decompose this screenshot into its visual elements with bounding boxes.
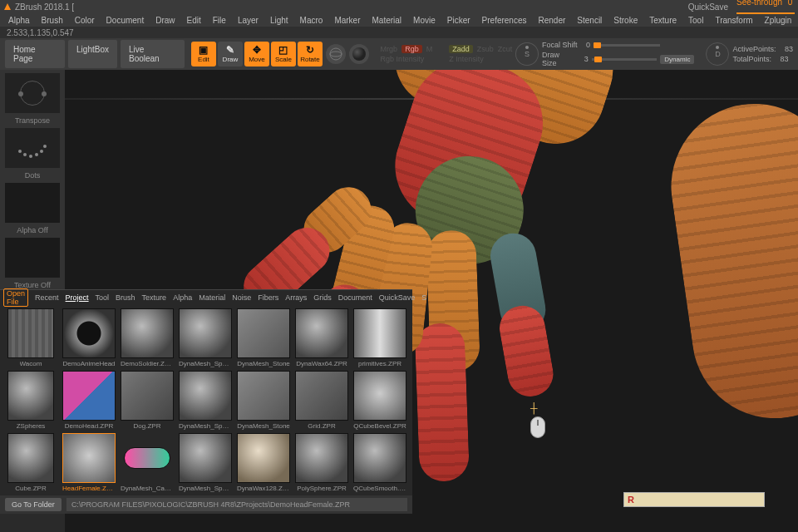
thumb-caption: DynaMesh_Capsule: [121, 485, 174, 492]
lb-tab-material[interactable]: Material: [199, 293, 225, 302]
gyro-icon[interactable]: [326, 44, 346, 64]
mrgb-label[interactable]: Mrgb: [381, 45, 398, 53]
lb-tab-recent[interactable]: Recent: [35, 293, 59, 302]
thumb-cube-zpr[interactable]: Cube.ZPR: [3, 433, 58, 492]
menu-macro[interactable]: Macro: [300, 16, 323, 25]
lb-tab-project[interactable]: Project: [66, 293, 89, 302]
menu-stroke[interactable]: Stroke: [613, 16, 638, 25]
thumb-demoanimehead[interactable]: DemoAnimeHead: [62, 308, 116, 367]
lb-tab-grids[interactable]: Grids: [313, 293, 332, 302]
tool-scale[interactable]: ◰Scale: [271, 42, 296, 66]
zadd-toggle[interactable]: Zadd: [449, 45, 473, 53]
lb-tab-alpha[interactable]: Alpha: [173, 293, 192, 302]
thumb-caption: QCubeBevel.ZPR: [353, 422, 406, 430]
tab-live-boolean[interactable]: Live Boolean: [121, 40, 185, 68]
menu-light[interactable]: Light: [270, 16, 288, 25]
menu-render[interactable]: Render: [539, 16, 566, 25]
see-through-control[interactable]: See-through 0: [736, 0, 795, 16]
lb-tab-document[interactable]: Document: [338, 293, 372, 302]
menu-material[interactable]: Material: [372, 16, 402, 25]
menu-file[interactable]: File: [213, 16, 226, 25]
menu-picker[interactable]: Picker: [447, 16, 470, 25]
thumb-demosoldier-zpr[interactable]: DemoSoldier.ZPR: [120, 308, 175, 367]
mouse-icon: [530, 416, 545, 438]
menu-layer[interactable]: Layer: [238, 16, 259, 25]
quicksave-label[interactable]: QuickSave: [688, 2, 728, 12]
tool-draw[interactable]: ✎Draw: [218, 42, 243, 66]
thumb-headfemale-zpr[interactable]: HeadFemale.ZPR: [62, 433, 116, 492]
focal-shift-slider[interactable]: [594, 44, 660, 47]
m-label[interactable]: M: [426, 45, 433, 53]
dynamic-toggle[interactable]: Dynamic: [660, 55, 694, 64]
alpha-label: Alpha Off: [17, 226, 47, 234]
rgb-toggle[interactable]: Rgb: [401, 45, 422, 53]
thumb-demohead-zpr[interactable]: DemoHead.ZPR: [62, 371, 116, 430]
tool-move[interactable]: ✥Move: [244, 42, 269, 66]
path-field[interactable]: C:\PROGRAM FILES\PIXOLOGIC\ZBRUSH 4R8\ZP…: [66, 498, 407, 511]
thumb-primitives-zpr[interactable]: primitives.ZPR: [352, 308, 407, 367]
lb-tab-s[interactable]: S: [421, 293, 426, 302]
thumb-dynawax64-zpr[interactable]: DynaWax64.ZPR: [294, 308, 349, 367]
thumb-qcubebevel-zpr[interactable]: QCubeBevel.ZPR: [352, 371, 407, 430]
lb-tab-tool[interactable]: Tool: [96, 293, 110, 302]
transpose-button[interactable]: [5, 73, 60, 113]
draw-size-slider[interactable]: [592, 58, 658, 61]
thumb-qcubesmooth-zpr[interactable]: QCubeSmooth.ZPR: [352, 433, 407, 492]
menu-tool[interactable]: Tool: [688, 16, 703, 25]
sphere-icon[interactable]: [349, 44, 369, 64]
tab-home-page[interactable]: Home Page: [5, 40, 65, 68]
menu-marker[interactable]: Marker: [334, 16, 360, 25]
thumb-polysphere-zpr[interactable]: PolySphere.ZPR: [294, 433, 349, 492]
menu-brush[interactable]: Brush: [42, 16, 63, 25]
thumb-dynamesh-capsule[interactable]: DynaMesh_Capsule: [120, 433, 175, 492]
menu-preferences[interactable]: Preferences: [482, 16, 527, 25]
z-intensity-label[interactable]: Z Intensity: [449, 55, 512, 63]
thumb-wacom[interactable]: Wacom: [3, 308, 58, 367]
menu-movie[interactable]: Movie: [413, 16, 436, 25]
thumb-caption: Wacom: [20, 360, 42, 367]
lb-tab-fibers[interactable]: Fibers: [258, 293, 278, 302]
lb-tab-texture[interactable]: Texture: [142, 293, 167, 302]
app-logo-icon: [3, 2, 12, 11]
thumb-caption: DynaMesh_Sphere: [179, 485, 232, 492]
focal-shift-label: Focal Shift: [542, 41, 578, 49]
lb-tab-arrays[interactable]: Arrays: [285, 293, 307, 302]
thumb-grid-zpr[interactable]: Grid.ZPR: [294, 371, 349, 430]
thumb-zspheres[interactable]: ZSpheres: [3, 371, 58, 430]
thumb-dynamesh-sphere[interactable]: DynaMesh_Sphere: [178, 433, 233, 492]
draw-size-label: Draw Size: [542, 51, 575, 67]
menu-color[interactable]: Color: [75, 16, 95, 25]
menu-texture[interactable]: Texture: [649, 16, 677, 25]
focal-dial-icon[interactable]: S: [515, 42, 539, 66]
thumb-dynamesh-sphere[interactable]: DynaMesh_Sphere: [178, 308, 233, 367]
focal-shift-value: 0: [586, 41, 590, 49]
open-file-button[interactable]: Open File: [3, 288, 28, 307]
menu-document[interactable]: Document: [106, 16, 145, 25]
menu-edit[interactable]: Edit: [187, 16, 201, 25]
tool-edit[interactable]: ▣Edit: [191, 42, 216, 66]
rgb-intensity-label[interactable]: Rgb Intensity: [381, 55, 433, 63]
tab-lightbox[interactable]: LightBox: [68, 40, 117, 68]
menu-zplugin[interactable]: Zplugin: [765, 16, 792, 25]
thumb-dynawax128-zpr[interactable]: DynaWax128.ZPR: [236, 433, 291, 492]
lb-tab-noise[interactable]: Noise: [232, 293, 251, 302]
alpha-slot[interactable]: [5, 183, 60, 223]
menu-transform[interactable]: Transform: [715, 16, 752, 25]
points-dial-icon[interactable]: D: [706, 42, 729, 66]
tool-rotate[interactable]: ↻Rotate: [298, 42, 323, 66]
menu-draw[interactable]: Draw: [155, 16, 175, 25]
thumb-dynamesh-stone[interactable]: DynaMesh_Stone: [236, 371, 291, 430]
zcut-label[interactable]: Zcut: [498, 45, 513, 53]
texture-slot[interactable]: [5, 238, 60, 278]
lb-tab-quicksave[interactable]: QuickSave: [379, 293, 416, 302]
thumb-caption: DynaMesh_Sphere: [179, 360, 232, 367]
thumb-dog-zpr[interactable]: Dog.ZPR: [120, 371, 175, 430]
menu-stencil[interactable]: Stencil: [577, 16, 602, 25]
thumb-dynamesh-sphere[interactable]: DynaMesh_Sphere: [178, 371, 233, 430]
lb-tab-brush[interactable]: Brush: [116, 293, 135, 302]
go-to-folder-button[interactable]: Go To Folder: [5, 498, 62, 511]
zsub-label[interactable]: Zsub: [477, 45, 494, 53]
thumb-dynamesh-stone[interactable]: DynaMesh_Stone: [236, 308, 291, 367]
menu-alpha[interactable]: Alpha: [8, 16, 30, 25]
dots-button[interactable]: [5, 128, 60, 168]
